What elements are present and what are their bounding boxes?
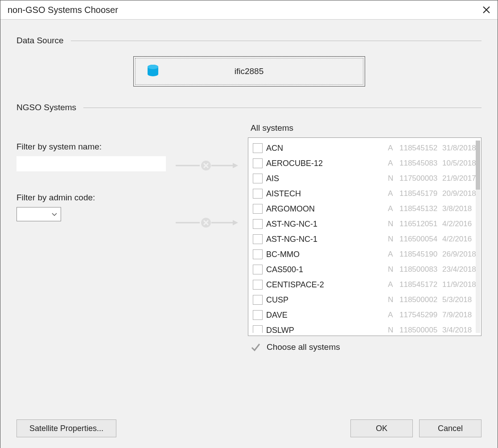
chevron-down-icon — [52, 210, 57, 218]
check-icon — [251, 342, 260, 352]
section-ngso-label: NGSO Systems — [16, 103, 76, 112]
window-title: non-GSO Systems Chooser — [8, 5, 118, 15]
system-code: N — [388, 174, 399, 183]
list-item[interactable]: CUSPN1185000025/3/2018 — [253, 292, 481, 307]
list-item[interactable]: ACNA11854515231/8/2018 — [253, 141, 481, 156]
system-code: A — [388, 189, 399, 198]
divider — [83, 108, 482, 108]
system-code: A — [388, 144, 399, 153]
system-name: CENTISPACE-2 — [266, 280, 388, 290]
list-item[interactable]: CAS500-1N11850008323/4/2018 — [253, 262, 481, 277]
checkbox[interactable] — [253, 174, 263, 183]
list-item[interactable]: AST-NG-NC-1N1165000544/2/2016 — [253, 232, 481, 247]
checkbox[interactable] — [253, 158, 263, 168]
system-id: 118545172 — [399, 280, 442, 289]
list-item[interactable]: AST-NG-NC-1N1165120514/2/2016 — [253, 216, 481, 232]
system-date: 20/9/2018 — [442, 189, 481, 198]
checkbox[interactable] — [253, 280, 263, 290]
system-name: ARGOMOON — [266, 204, 388, 214]
filter-admin-label: Filter by admin code: — [16, 193, 166, 203]
system-code: A — [388, 250, 399, 259]
titlebar: non-GSO Systems Chooser — [0, 0, 498, 20]
system-name: AST-NG-NC-1 — [266, 220, 388, 229]
checkbox[interactable] — [253, 204, 263, 214]
cancel-button[interactable]: Cancel — [419, 419, 482, 437]
system-date: 3/8/2018 — [442, 204, 481, 213]
system-id: 118500002 — [399, 295, 442, 304]
system-date: 11/9/2018 — [442, 280, 481, 289]
ok-button[interactable]: OK — [350, 419, 413, 437]
system-id: 118545083 — [399, 159, 442, 168]
data-source-value: ific2885 — [235, 66, 264, 76]
system-id: 118545190 — [399, 250, 442, 259]
scrollbar-thumb[interactable] — [476, 141, 480, 190]
svg-point-1 — [148, 65, 158, 69]
filter-name-label: Filter by system name: — [16, 142, 166, 152]
section-data-source-label: Data Source — [16, 36, 64, 46]
system-date: 7/9/2018 — [442, 311, 481, 319]
checkbox[interactable] — [253, 189, 263, 199]
system-name: CUSP — [266, 295, 388, 305]
system-code: N — [388, 326, 399, 333]
system-date: 5/3/2018 — [442, 295, 481, 304]
system-code: N — [388, 235, 399, 244]
list-item[interactable]: BC-MMOA11854519026/9/2018 — [253, 247, 481, 262]
checkbox[interactable] — [253, 143, 263, 153]
system-name: BC-MMO — [266, 250, 388, 259]
system-code: N — [388, 295, 399, 304]
checkbox[interactable] — [253, 219, 263, 229]
system-date: 21/9/2017 — [442, 174, 481, 183]
filter-admin-select[interactable] — [16, 207, 61, 221]
checkbox[interactable] — [253, 249, 263, 259]
system-date: 4/2/2016 — [442, 220, 481, 228]
system-name: CAS500-1 — [266, 265, 388, 274]
apply-name-filter[interactable] — [176, 158, 238, 173]
system-code: A — [388, 159, 399, 168]
system-id: 118545132 — [399, 204, 442, 213]
list-item[interactable]: AISTECHA11854517920/9/2018 — [253, 186, 481, 201]
divider — [71, 41, 482, 41]
checkbox[interactable] — [253, 325, 263, 333]
systems-listbox: ACNA11854515231/8/2018AEROCUBE-12A118545… — [248, 137, 482, 336]
system-date: 3/4/2018 — [442, 326, 481, 333]
system-id: 118500083 — [399, 265, 442, 274]
apply-admin-filter[interactable] — [176, 215, 238, 230]
satellite-properties-button[interactable]: Satellite Properties... — [16, 419, 116, 437]
system-date: 10/5/2018 — [442, 159, 481, 168]
list-item[interactable]: ARGOMOONA1185451323/8/2018 — [253, 201, 481, 216]
system-code: A — [388, 280, 399, 289]
list-item[interactable]: CENTISPACE-2A11854517211/9/2018 — [253, 277, 481, 292]
list-item[interactable]: AEROCUBE-12A11854508310/5/2018 — [253, 156, 481, 171]
close-icon[interactable] — [482, 6, 490, 14]
checkbox[interactable] — [253, 265, 263, 274]
filter-name-input[interactable] — [16, 156, 166, 171]
system-date: 26/9/2018 — [442, 250, 481, 259]
all-systems-label: All systems — [251, 123, 482, 133]
system-code: A — [388, 311, 399, 319]
list-item[interactable]: DSLWPN1185000053/4/2018 — [253, 323, 481, 333]
system-id: 117545299 — [399, 311, 442, 319]
system-date: 31/8/2018 — [442, 144, 481, 153]
system-id: 118500005 — [399, 326, 442, 333]
database-icon — [147, 65, 159, 78]
system-code: N — [388, 265, 399, 274]
checkbox[interactable] — [253, 234, 263, 244]
system-name: DSLWP — [266, 326, 388, 333]
checkbox[interactable] — [253, 295, 263, 305]
list-item[interactable]: AISN11750000321/9/2017 — [253, 171, 481, 186]
system-id: 118545179 — [399, 189, 442, 198]
system-code: N — [388, 220, 399, 228]
system-id: 118545152 — [399, 144, 442, 153]
choose-all-systems[interactable]: Choose all systems — [251, 342, 482, 352]
checkbox[interactable] — [253, 310, 263, 320]
system-name: AEROCUBE-12 — [266, 159, 388, 168]
list-item[interactable]: DAVEA1175452997/9/2018 — [253, 307, 481, 323]
system-code: A — [388, 204, 399, 213]
choose-all-label: Choose all systems — [267, 342, 340, 352]
system-date: 4/2/2016 — [442, 235, 481, 244]
system-name: AISTECH — [266, 189, 388, 199]
data-source-button[interactable]: ific2885 — [133, 56, 365, 87]
scrollbar[interactable] — [476, 141, 480, 333]
system-name: AIS — [266, 174, 388, 183]
system-name: DAVE — [266, 311, 388, 320]
